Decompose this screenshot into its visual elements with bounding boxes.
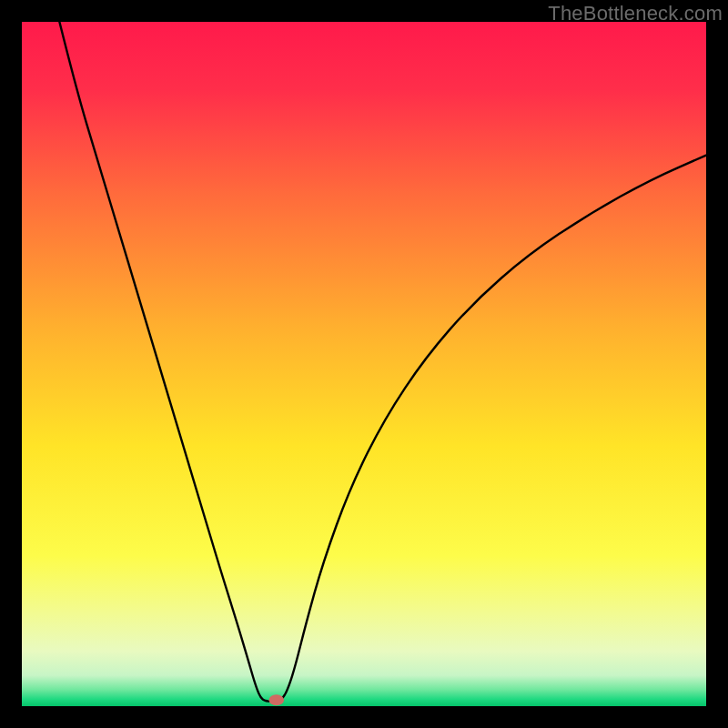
optimal-marker <box>268 694 284 705</box>
watermark-text: TheBottleneck.com <box>548 2 723 25</box>
gradient-background <box>22 22 706 706</box>
chart-frame <box>22 22 706 706</box>
bottleneck-chart <box>22 22 706 706</box>
